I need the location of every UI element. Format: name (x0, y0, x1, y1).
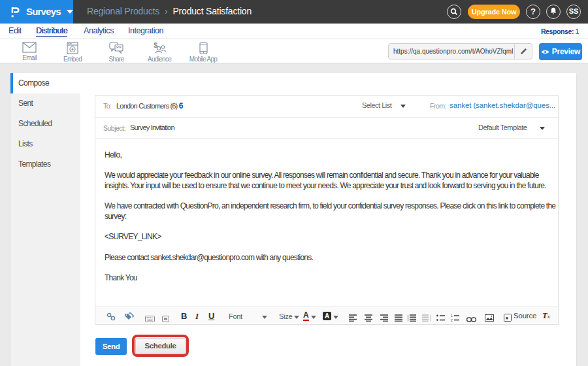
svg-text:1: 1 (451, 314, 453, 318)
svg-text:2: 2 (451, 318, 453, 322)
svg-text:●: ● (506, 315, 509, 321)
